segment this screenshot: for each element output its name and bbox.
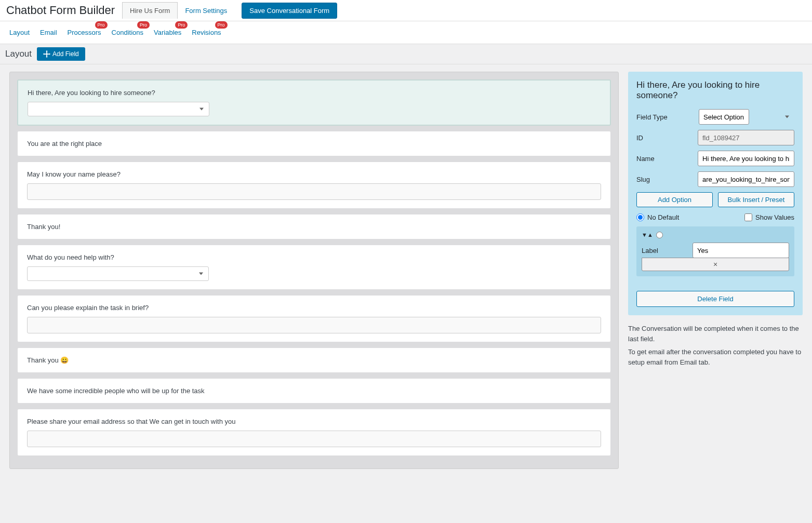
move-icon xyxy=(43,50,50,58)
subtab-revisions[interactable]: RevisionsPro xyxy=(192,29,221,36)
add-field-button[interactable]: Add Field xyxy=(37,47,85,61)
field-label: Can you please explain the task in brief… xyxy=(27,304,601,312)
subtab-layout[interactable]: Layout xyxy=(9,29,30,36)
field-card[interactable]: May I know your name please? xyxy=(17,162,611,209)
field-card[interactable]: Thank you 😀 xyxy=(17,347,611,373)
save-button[interactable]: Save Conversational Form xyxy=(242,3,337,19)
name-input[interactable] xyxy=(698,151,794,166)
no-default-option[interactable]: No Default xyxy=(636,213,679,221)
app-title: Chatbot Form Builder xyxy=(6,4,115,17)
delete-field-button[interactable]: Delete Field xyxy=(636,291,794,307)
field-card[interactable]: What do you need help with? xyxy=(17,245,611,290)
sub-tabs: Layout Email ProcessorsPro ConditionsPro… xyxy=(0,21,812,44)
field-text-preview[interactable] xyxy=(27,317,601,333)
field-select-preview[interactable] xyxy=(28,102,209,116)
prop-row-slug: Slug xyxy=(636,171,794,187)
field-label: What do you need help with? xyxy=(27,253,601,261)
id-input xyxy=(698,130,794,145)
field-text-preview[interactable] xyxy=(27,183,601,200)
sidebar-column: Hi there, Are you looking to hire someon… xyxy=(628,64,812,377)
show-values-label: Show Values xyxy=(755,213,794,221)
show-values-option[interactable]: Show Values xyxy=(744,213,794,221)
field-text-preview[interactable] xyxy=(27,431,601,447)
top-bar: Chatbot Form Builder Hire Us Form Form S… xyxy=(0,0,812,21)
option-top-row: ▼▲ xyxy=(642,232,789,238)
subtab-conditions[interactable]: ConditionsPro xyxy=(112,29,143,36)
field-settings-panel: Hi there, Are you looking to hire someon… xyxy=(628,72,803,315)
sort-icon[interactable]: ▼▲ xyxy=(642,232,653,238)
prop-label: Slug xyxy=(636,176,698,183)
prop-label: Label xyxy=(642,247,693,254)
info-text-1: The Conversation will be completed when … xyxy=(628,324,803,344)
field-card[interactable]: Please share your email address so that … xyxy=(17,409,611,456)
field-card[interactable]: You are at the right place xyxy=(17,131,611,156)
field-label: We have some incredible people who will … xyxy=(27,387,601,395)
pro-badge: Pro xyxy=(137,21,150,29)
subtab-variables[interactable]: VariablesPro xyxy=(154,29,181,36)
bulk-insert-button[interactable]: Bulk Insert / Preset xyxy=(718,192,794,207)
option-buttons-row: Add Option Bulk Insert / Preset xyxy=(636,192,794,207)
no-default-radio[interactable] xyxy=(636,213,644,221)
main-wrap: Hi there, Are you looking to hire someon… xyxy=(0,64,812,523)
option-default-radio[interactable] xyxy=(656,232,663,238)
prop-row-name: Name xyxy=(636,151,794,166)
field-type-select[interactable]: Select Option xyxy=(699,109,749,125)
subtab-email[interactable]: Email xyxy=(40,29,57,36)
panel-title: Hi there, Are you looking to hire someon… xyxy=(636,80,794,101)
prop-label: ID xyxy=(636,134,698,142)
pro-badge: Pro xyxy=(95,21,108,29)
layout-title: Layout xyxy=(5,49,32,59)
field-label: Please share your email address so that … xyxy=(27,418,601,425)
no-default-label: No Default xyxy=(647,213,679,221)
add-option-button[interactable]: Add Option xyxy=(636,192,713,207)
field-label: Hi there, Are you looking to hire someon… xyxy=(28,89,601,97)
prop-label: Field Type xyxy=(636,113,699,121)
option-label-input[interactable] xyxy=(693,243,789,258)
prop-row-field-type: Field Type Select Option xyxy=(636,109,794,125)
pro-badge: Pro xyxy=(215,21,228,29)
option-label-row: Label xyxy=(642,243,789,258)
field-select-preview[interactable] xyxy=(27,266,209,281)
field-card[interactable]: Can you please explain the task in brief… xyxy=(17,295,611,342)
checkbox-row: No Default Show Values xyxy=(636,213,794,221)
tab-hire-us-form[interactable]: Hire Us Form xyxy=(122,2,178,19)
tab-form-settings[interactable]: Form Settings xyxy=(178,3,234,19)
option-block: ▼▲ Label × xyxy=(636,226,794,276)
field-label: May I know your name please? xyxy=(27,170,601,178)
remove-option-button[interactable]: × xyxy=(642,258,789,271)
add-field-label: Add Field xyxy=(52,50,79,58)
close-icon: × xyxy=(713,260,717,269)
pro-badge: Pro xyxy=(175,21,188,29)
field-label: Thank you! xyxy=(27,223,601,231)
field-label: You are at the right place xyxy=(27,140,601,147)
show-values-checkbox[interactable] xyxy=(744,213,752,221)
field-card[interactable]: Hi there, Are you looking to hire someon… xyxy=(17,79,611,126)
field-card[interactable]: We have some incredible people who will … xyxy=(17,378,611,404)
subtab-processors[interactable]: ProcessorsPro xyxy=(68,29,101,36)
subtab-label: Processors xyxy=(68,29,101,36)
layout-header: Layout Add Field xyxy=(0,44,812,64)
prop-row-id: ID xyxy=(636,130,794,145)
field-label: Thank you 😀 xyxy=(27,356,601,364)
field-card[interactable]: Thank you! xyxy=(17,214,611,239)
subtab-label: Variables xyxy=(154,29,181,36)
subtab-label: Revisions xyxy=(192,29,221,36)
subtab-label: Conditions xyxy=(112,29,143,36)
info-text-2: To get email after the conversation comp… xyxy=(628,347,803,367)
canvas-column: Hi there, Are you looking to hire someon… xyxy=(0,64,628,478)
fields-canvas: Hi there, Are you looking to hire someon… xyxy=(9,72,619,469)
slug-input[interactable] xyxy=(698,171,794,187)
prop-label: Name xyxy=(636,155,698,163)
